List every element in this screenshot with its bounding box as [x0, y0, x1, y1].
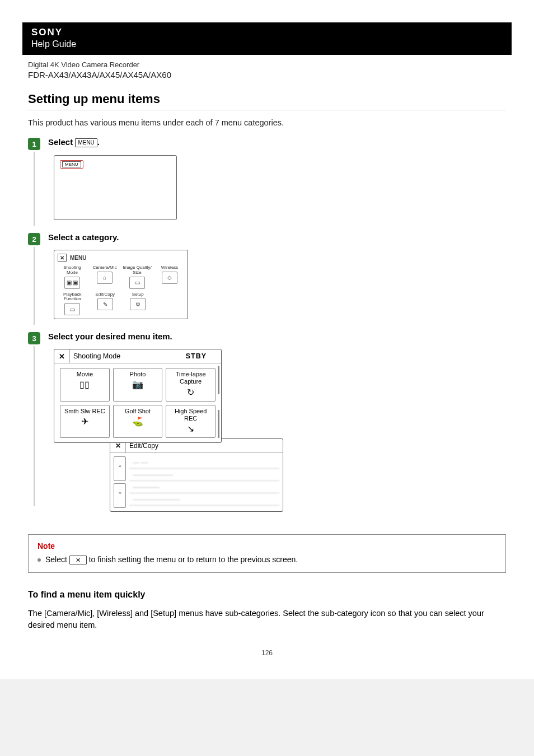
shooting-mode-title: Shooting Mode [70, 352, 186, 360]
cat-label: Setup [123, 292, 153, 297]
movie-icon: ▯▯ [62, 379, 108, 390]
list-item[interactable]: ——————— [129, 493, 279, 506]
step-2-title: Select a category. [48, 232, 506, 242]
scroll-down-button[interactable]: ˅ [114, 483, 126, 508]
step-badge-1: 1 [28, 138, 40, 150]
playback-icon: ▭ [64, 303, 80, 315]
menu-button-highlight[interactable]: MENU [60, 160, 83, 169]
screen-shooting-mode: ✕ Shooting Mode STBY Movie▯▯ Photo📷 Time… [54, 349, 222, 443]
title-divider [28, 110, 506, 110]
model-line: FDR-AX43/AX43A/AX45/AX45A/AX60 [28, 70, 506, 80]
image-quality-icon: ▭ [129, 277, 145, 289]
mode-label: Smth Slw REC [62, 408, 108, 415]
subsection-title: To find a menu item quickly [28, 590, 506, 600]
product-line: Digital 4K Video Camera Recorder [28, 60, 506, 69]
category-wireless[interactable]: Wireless◇ [155, 265, 184, 289]
cat-label: Playback Function [58, 292, 87, 302]
menu-tag: MENU [75, 138, 97, 147]
menu-header-label: MENU [70, 255, 86, 261]
photo-icon: 📷 [115, 379, 161, 390]
page-title: Setting up menu items [28, 92, 506, 106]
step-connector [34, 346, 35, 506]
list-item[interactable]: — — [129, 456, 279, 469]
step-badge-3: 3 [28, 332, 40, 344]
scrollbar[interactable] [218, 410, 219, 438]
screen-edit-copy: ✕ Edit/Copy ˄ ˅ — — —————— ———— [110, 438, 283, 512]
screen-step1: MENU [54, 155, 177, 220]
brand-logo: SONY [22, 22, 512, 39]
menu-button-label: MENU [62, 161, 81, 167]
close-icon-inline: ✕ [69, 556, 87, 564]
note-title: Note [38, 542, 496, 550]
step-connector [34, 247, 35, 325]
note-box: Note Select ✕ to finish setting the menu… [28, 534, 506, 573]
mode-label: Photo [115, 371, 161, 378]
mode-timelapse[interactable]: Time-lapse Capture↻ [166, 368, 216, 402]
header-band: SONY Help Guide [22, 22, 512, 55]
step-1-pre: Select [48, 137, 75, 147]
high-speed-icon: ↘ [167, 423, 214, 434]
category-edit-copy[interactable]: Edit/Copy✎ [91, 292, 120, 316]
cat-label: Shooting Mode [58, 265, 87, 276]
mode-movie[interactable]: Movie▯▯ [60, 368, 110, 402]
screen-step2: ✕ MENU Shooting Mode▣ ▣ Camera/Mic⌂ Imag… [54, 250, 188, 319]
mode-golf[interactable]: Golf Shot⛳ [113, 405, 163, 438]
close-button[interactable]: ✕ [58, 254, 67, 262]
list-item[interactable]: —————— [129, 469, 279, 481]
step-3-title: Select your desired menu item. [48, 332, 506, 341]
note-body: Select ✕ to finish setting the menu or t… [38, 555, 496, 564]
intro-text: This product has various menu items unde… [28, 118, 506, 127]
mode-smooth-slow[interactable]: Smth Slw REC✈ [60, 405, 110, 438]
category-image-quality[interactable]: Image Quality/ Size▭ [123, 265, 152, 289]
timelapse-icon: ↻ [167, 387, 214, 398]
mode-label: High Speed REC [167, 408, 214, 422]
category-setup[interactable]: Setup⚙ [123, 292, 153, 316]
category-shooting-mode[interactable]: Shooting Mode▣ ▣ [58, 265, 87, 289]
step-1-post: . [97, 137, 100, 147]
step-connector [34, 152, 35, 226]
page-number: 126 [28, 649, 506, 657]
stby-label: STBY [186, 352, 221, 360]
subsection-text: The [Camera/Mic], [Wireless] and [Setup]… [28, 608, 506, 631]
step-1: 1 Select MENU. MENU [28, 137, 506, 220]
smooth-slow-icon: ✈ [62, 416, 108, 427]
category-playback[interactable]: Playback Function▭ [58, 292, 87, 316]
cat-label: Image Quality/ Size [123, 265, 152, 276]
golf-icon: ⛳ [115, 416, 161, 427]
step-1-title: Select MENU. [48, 137, 506, 147]
mode-label: Movie [62, 371, 108, 378]
scroll-up-button[interactable]: ˄ [114, 456, 126, 481]
mode-label: Golf Shot [115, 408, 161, 415]
note-post: to finish setting the menu or to return … [87, 555, 298, 564]
mode-photo[interactable]: Photo📷 [113, 368, 163, 402]
steps-container: 1 Select MENU. MENU 2 Select a category. [28, 137, 506, 512]
step-3: 3 Select your desired menu item. ✕ Shoot… [28, 332, 506, 512]
bullet-icon [38, 558, 41, 562]
edit-copy-icon: ✎ [97, 298, 113, 310]
help-guide-label: Help Guide [22, 39, 512, 55]
setup-icon: ⚙ [130, 298, 146, 310]
mode-label: Time-lapse Capture [167, 371, 214, 385]
cat-label: Camera/Mic [90, 265, 119, 270]
cat-label: Wireless [155, 265, 184, 270]
step-badge-2: 2 [28, 233, 40, 245]
camera-mic-icon: ⌂ [97, 272, 113, 284]
shooting-mode-icon: ▣ ▣ [64, 277, 80, 289]
scrollbar[interactable] [218, 366, 219, 394]
page: SONY Help Guide Digital 4K Video Camera … [0, 0, 534, 679]
category-camera-mic[interactable]: Camera/Mic⌂ [90, 265, 119, 289]
mode-high-speed[interactable]: High Speed REC↘ [166, 405, 216, 438]
edit-list: — — —————— ———— ——————— [129, 456, 279, 508]
list-item[interactable]: ———— [129, 481, 279, 493]
step-2: 2 Select a category. ✕ MENU Shooting Mod… [28, 232, 506, 319]
edit-copy-title: Edit/Copy [126, 442, 158, 450]
cat-label: Edit/Copy [91, 292, 120, 297]
close-button[interactable]: ✕ [54, 349, 70, 363]
note-pre: Select [45, 555, 69, 564]
wireless-icon: ◇ [162, 272, 177, 284]
